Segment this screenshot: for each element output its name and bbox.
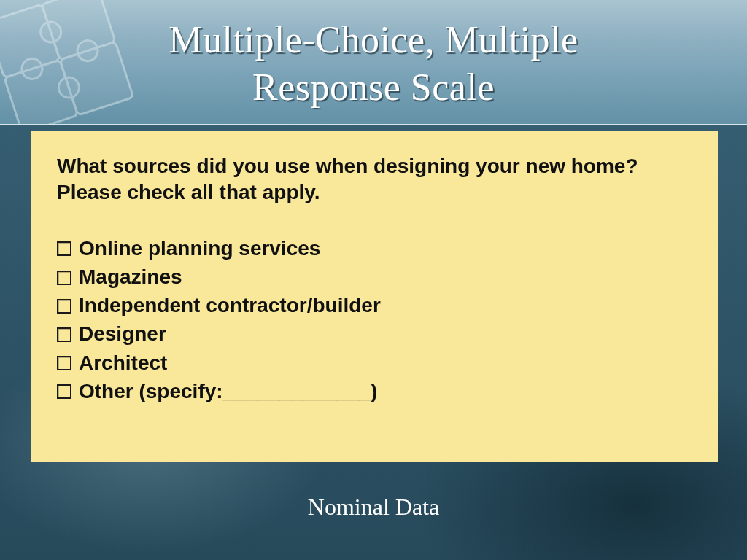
footer-label: Nominal Data bbox=[0, 494, 747, 521]
checkbox-icon bbox=[57, 356, 71, 370]
list-item: Designer bbox=[57, 319, 692, 348]
option-label: Magazines bbox=[79, 262, 182, 291]
header-bar: Multiple-Choice, Multiple Response Scale bbox=[0, 0, 747, 125]
title-line-1: Multiple-Choice, Multiple bbox=[169, 19, 578, 61]
list-item: Other (specify:_____________) bbox=[57, 377, 692, 405]
slide-title: Multiple-Choice, Multiple Response Scale bbox=[0, 16, 747, 111]
option-label: Online planning services bbox=[79, 234, 320, 262]
option-label: Architect bbox=[79, 349, 167, 377]
list-item: Magazines bbox=[57, 262, 692, 291]
option-label: Independent contractor/builder bbox=[79, 291, 381, 319]
checkbox-icon bbox=[57, 327, 71, 342]
list-item: Architect bbox=[57, 349, 692, 377]
checkbox-icon bbox=[57, 384, 71, 399]
list-item: Independent contractor/builder bbox=[57, 291, 692, 319]
list-item: Online planning services bbox=[57, 234, 692, 262]
checkbox-icon bbox=[57, 299, 71, 314]
checkbox-icon bbox=[57, 241, 71, 256]
title-line-2: Response Scale bbox=[252, 66, 495, 108]
checkbox-icon bbox=[57, 271, 71, 285]
option-label: Other (specify:_____________) bbox=[79, 377, 377, 405]
question-text: What sources did you use when designing … bbox=[57, 153, 692, 206]
content-panel: What sources did you use when designing … bbox=[31, 131, 718, 462]
options-list: Online planning services Magazines Indep… bbox=[57, 234, 692, 405]
option-label: Designer bbox=[79, 319, 166, 348]
